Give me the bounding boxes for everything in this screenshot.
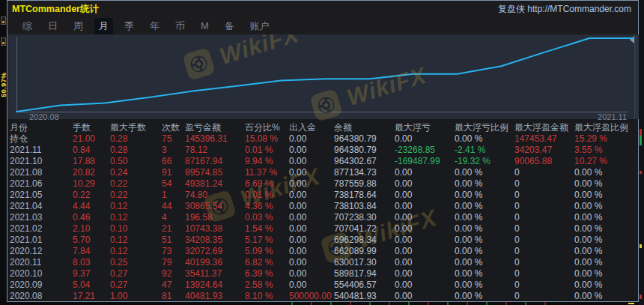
cell: 0 xyxy=(514,268,574,280)
row-label: 2021.08 xyxy=(10,167,73,178)
menu-item-综[interactable]: 综 xyxy=(18,18,37,34)
cell: 0.28 xyxy=(110,145,162,156)
cell: 5.09 % xyxy=(245,246,289,257)
monthly-stats-table: 月份手数最大手数次数盈亏金额百分比%出入金余额最大浮亏最大浮亏比例最大浮盈金额最… xyxy=(8,119,637,301)
cell: 90065.88 xyxy=(514,156,574,167)
cell: 0.00 % xyxy=(455,235,514,246)
cell: 47 xyxy=(162,280,185,291)
cell: 5.04 xyxy=(73,280,110,291)
cell: 20.82 xyxy=(73,167,110,178)
column-header: 余额 xyxy=(334,121,395,133)
cell: 9.94 % xyxy=(245,156,289,167)
cell: 696298.34 xyxy=(334,235,395,246)
cell: 17.88 xyxy=(73,156,110,167)
table-row: 2021.015.700.125134208.355.17 %0.0069629… xyxy=(10,235,637,246)
background-yellow-mark xyxy=(628,303,634,304)
row-label: 2020.09 xyxy=(10,280,73,291)
background-candle-mark xyxy=(640,244,642,248)
cell: 0.00 % xyxy=(455,291,514,302)
menu-item-币[interactable]: 币 xyxy=(171,18,189,34)
cell: 0.00 % xyxy=(455,201,514,212)
cell: 0.00 % xyxy=(455,223,514,235)
cell: 0 xyxy=(514,246,574,257)
table-row: 2021.044.440.124430865.544.36 %0.0073810… xyxy=(10,201,637,212)
cell: 32072.69 xyxy=(185,246,245,257)
cell: 0.00 xyxy=(289,223,334,235)
cell: 34203.47 xyxy=(514,145,574,156)
table-row: 2021.0610.290.225449381.246.69 %0.007875… xyxy=(10,178,637,190)
cell: 11.37 % xyxy=(245,167,289,178)
column-header: 盈亏金额 xyxy=(185,121,245,133)
menu-item-账户[interactable]: 账户 xyxy=(246,18,274,34)
cell: 0 xyxy=(514,235,574,246)
cell: 0.00 % xyxy=(455,268,514,280)
cell: 1.54 % xyxy=(245,223,289,235)
cell: 554406.57 xyxy=(334,280,395,291)
cell: 0.00 xyxy=(395,190,455,201)
cell: 17.21 xyxy=(73,291,110,302)
row-label: 持仓 xyxy=(10,133,73,145)
window-title: MTCommander统计 xyxy=(12,3,99,16)
cell: 79 xyxy=(162,257,185,268)
cell: 40481.93 xyxy=(185,291,245,302)
cell: 0 xyxy=(514,167,574,178)
cell: 21.00 xyxy=(73,133,110,145)
cell: 0.00 % xyxy=(455,178,514,190)
row-label: 2020.10 xyxy=(10,268,73,280)
cell: 0 xyxy=(514,280,574,291)
cell: 51 xyxy=(162,235,185,246)
background-candle-mark xyxy=(640,136,642,145)
cell: 964380.79 xyxy=(334,145,395,156)
cell: -19.32 % xyxy=(455,156,514,167)
cell: 66 xyxy=(162,156,185,167)
equity-curve xyxy=(8,34,639,119)
cell: 0.00 xyxy=(395,280,455,291)
menu-item-月[interactable]: 月 xyxy=(94,18,113,34)
table-row: 2021.1017.880.506687167.949.94 %0.009643… xyxy=(10,156,637,167)
table-row: 2020.109.370.279235411.376.39 %0.0058981… xyxy=(10,268,637,280)
cell: 10.29 xyxy=(73,178,110,190)
menu-item-日[interactable]: 日 xyxy=(43,18,62,34)
menu-item-M[interactable]: M xyxy=(196,19,213,33)
background-toolbar-icon xyxy=(1,16,6,25)
titlebar: MTCommander统计 复盘侠 http://MTCommander.com xyxy=(8,1,637,17)
row-label: 2020.11 xyxy=(10,257,73,268)
cell: 0.00 % xyxy=(455,133,514,145)
menu-item-备[interactable]: 备 xyxy=(220,18,239,34)
cell: 9.37 xyxy=(73,268,110,280)
column-header: 最大浮盈比例 xyxy=(574,121,640,133)
background-bottom-strip xyxy=(7,302,639,305)
cell: 3 xyxy=(162,145,185,156)
menu-item-年[interactable]: 年 xyxy=(145,18,164,34)
cell: 0.25 xyxy=(110,257,162,268)
cell: 707238.30 xyxy=(334,212,395,223)
cell: 0 xyxy=(514,257,574,268)
cell: 0.00 % xyxy=(574,268,640,280)
cell: 0.00 xyxy=(289,201,334,212)
cell: 0.22 xyxy=(110,190,162,201)
column-header: 出入金 xyxy=(289,121,334,133)
cell: 0.00 xyxy=(395,257,455,268)
brand-link[interactable]: 复盘侠 http://MTCommander.com xyxy=(498,3,631,16)
table-row: 2021.030.460.124196.580.03 %0.00707238.3… xyxy=(10,212,637,223)
background-vertical-label: 50.97% xyxy=(0,64,7,105)
cell: 54 xyxy=(162,178,185,190)
cell: 147453.47 xyxy=(514,133,574,145)
cell: 92 xyxy=(162,268,185,280)
cell: 3.55 % xyxy=(574,145,640,156)
cell: 0.00 xyxy=(289,156,334,167)
cell: 0.10 xyxy=(110,223,162,235)
cell: 738178.64 xyxy=(334,190,395,201)
cell: 0.00 % xyxy=(574,246,640,257)
menu-item-季[interactable]: 季 xyxy=(120,18,139,34)
menu-item-周[interactable]: 周 xyxy=(69,18,88,34)
table-row: 2021.050.220.22174.800.01 %0.00738178.64… xyxy=(10,190,637,201)
cell: 0.00 xyxy=(289,257,334,268)
cell: 0.22 xyxy=(73,190,110,201)
cell: 500000.00 xyxy=(289,291,334,302)
cell: 15.29 % xyxy=(574,133,640,145)
background-candles-sliver xyxy=(291,302,546,305)
cell: 0.27 xyxy=(110,268,162,280)
menubar: 综日周月季年币M备账户 xyxy=(8,17,637,34)
cell: 2.10 xyxy=(73,223,110,235)
